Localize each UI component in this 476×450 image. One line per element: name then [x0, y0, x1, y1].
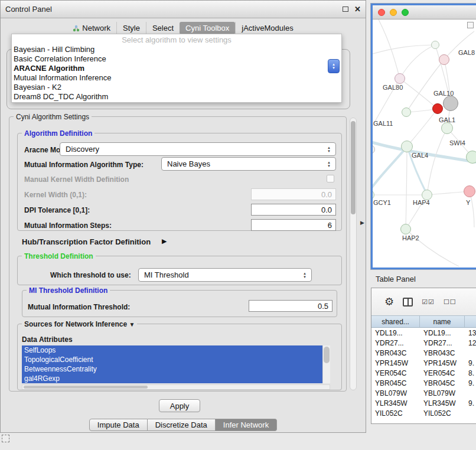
data-attribute-item-selected[interactable]: TopologicalCoefficient — [22, 355, 322, 364]
unselect-all-columns-icon[interactable]: ☐☐ — [444, 298, 457, 306]
cell-shared-name[interactable]: YIL052C — [371, 409, 420, 418]
table-row[interactable]: YDL19... YDL19... 13 — [371, 328, 476, 338]
cell-shared-name[interactable]: YLR345W — [371, 399, 420, 407]
window-minimize-button[interactable] — [390, 9, 397, 16]
float-window-icon[interactable] — [343, 6, 348, 12]
algorithm-dropdown-item[interactable]: Bayesian - Hill Climbing — [12, 45, 341, 54]
tab-select[interactable]: Select — [146, 22, 180, 34]
dpi-tolerance-field[interactable] — [251, 204, 336, 216]
table-row[interactable]: YIL052C YIL052C — [371, 408, 476, 418]
splitter-collapse-arrow[interactable]: ▶ — [360, 220, 364, 226]
table-panel-window: ⚙ ☑☑ ☐☐ shared... name YDL19... YDL19...… — [371, 288, 476, 424]
table-row[interactable]: YBR045C YBR045C 9. — [371, 378, 476, 388]
algorithm-dropdown-item[interactable]: Mutual Information Inference — [12, 73, 341, 83]
window-zoom-button[interactable] — [402, 9, 409, 16]
manual-kernel-width-checkbox[interactable] — [327, 175, 334, 182]
tab-impute-data[interactable]: Impute Data — [89, 419, 148, 431]
apply-button[interactable]: Apply — [159, 399, 200, 412]
network-node[interactable] — [400, 224, 411, 234]
cell-shared-name[interactable]: YDL19... — [371, 329, 420, 337]
table-row[interactable]: YBR043C YBR043C — [371, 348, 476, 358]
sources-collapse-arrow-icon[interactable]: ▼ — [129, 321, 135, 328]
cell-name[interactable]: YIL052C — [420, 409, 465, 418]
network-tab-icon — [73, 25, 80, 32]
mi-steps-field[interactable] — [251, 219, 336, 231]
cell-shared-name[interactable]: YDR27... — [371, 339, 420, 347]
settings-vscroll-thumb[interactable] — [351, 121, 356, 214]
attributes-vscroll-thumb[interactable] — [324, 347, 330, 363]
cell-name[interactable]: YBR043C — [420, 349, 465, 357]
table-row[interactable]: YPR145W YPR145W 9. — [371, 358, 476, 368]
cell-value[interactable]: 13 — [465, 329, 476, 337]
network-node-label: GCY1 — [373, 199, 391, 206]
network-node[interactable] — [464, 185, 475, 197]
data-attribute-item-selected[interactable]: BetweennessCentrality — [22, 364, 322, 374]
table-row[interactable]: YDR27... YDR27... 12 — [371, 338, 476, 348]
canvas-corner-widget[interactable] — [467, 22, 474, 28]
cell-name[interactable]: YLR345W — [420, 399, 465, 407]
cell-name[interactable]: YBL079W — [420, 389, 465, 397]
tab-discretize-data[interactable]: Discretize Data — [148, 419, 216, 431]
network-node[interactable] — [439, 54, 449, 65]
table-row[interactable]: YBL079W YBL079W — [371, 388, 476, 398]
column-header-name[interactable]: name — [420, 316, 465, 327]
window-close-button[interactable] — [378, 9, 385, 16]
attributes-hscroll-thumb[interactable] — [24, 386, 148, 389]
cell-name[interactable]: YPR145W — [420, 359, 465, 367]
tab-infer-network[interactable]: Infer Network — [216, 419, 277, 431]
close-window-icon[interactable]: ✕ — [354, 5, 361, 14]
mi-algorithm-type-combo[interactable]: Naive Bayes ▲▼ — [161, 157, 336, 171]
cell-name[interactable]: YER054C — [420, 369, 465, 377]
mi-threshold-field[interactable] — [249, 300, 332, 312]
select-all-columns-icon[interactable]: ☑☑ — [422, 298, 435, 306]
table-row[interactable]: YLR345W YLR345W 9. — [371, 398, 476, 408]
network-node[interactable] — [466, 151, 476, 164]
cell-shared-name[interactable]: YBR043C — [371, 349, 420, 357]
algorithm-dropdown-item[interactable]: Dream8 DC_TDC Algorithm — [12, 92, 341, 102]
table-settings-gear-icon[interactable]: ⚙ — [384, 295, 394, 308]
cell-value[interactable]: 9. — [465, 379, 476, 387]
cell-value[interactable]: 9. — [465, 399, 476, 407]
algorithm-dropdown-item[interactable]: ARACNE Algorithm — [12, 64, 341, 73]
tab-cyni-toolbox[interactable]: Cyni Toolbox — [180, 22, 235, 34]
cell-value[interactable]: 9. — [465, 359, 476, 367]
network-node[interactable] — [401, 141, 413, 152]
show-columns-icon[interactable] — [403, 298, 413, 306]
data-attribute-item-selected[interactable]: SelfLoops — [22, 345, 322, 355]
attributes-horizontal-scrollbar[interactable] — [22, 384, 330, 390]
network-node[interactable] — [431, 41, 439, 49]
hub-expand-arrow-icon[interactable]: ▶ — [162, 237, 167, 245]
tab-style[interactable]: Style — [116, 22, 146, 34]
settings-vertical-scrollbar[interactable] — [350, 118, 357, 390]
network-node[interactable] — [402, 107, 411, 117]
column-header-shared-name[interactable]: shared... — [371, 316, 420, 327]
cell-value[interactable]: 8. — [465, 369, 476, 377]
restore-panel-icon[interactable] — [2, 435, 9, 442]
algorithm-dropdown-item[interactable]: Bayesian - K2 — [12, 83, 341, 92]
cell-shared-name[interactable]: YER054C — [371, 369, 420, 377]
tab-network[interactable]: Network — [67, 22, 116, 34]
network-node[interactable] — [441, 122, 453, 134]
cell-name[interactable]: YBR045C — [420, 379, 465, 387]
attributes-vertical-scrollbar[interactable] — [322, 345, 330, 383]
cell-shared-name[interactable]: YBR045C — [371, 379, 420, 387]
which-threshold-combo[interactable]: MI Threshold ▲▼ — [138, 268, 312, 282]
cell-name[interactable]: YDR27... — [420, 339, 465, 347]
network-node[interactable] — [432, 103, 443, 114]
cell-name[interactable]: YDL19... — [420, 329, 465, 337]
table-row[interactable]: YER054C YER054C 8. — [371, 368, 476, 378]
algorithm-combo-stepper[interactable]: ▲ ▼ — [328, 59, 340, 73]
cell-value[interactable]: 12 — [465, 339, 476, 347]
column-header-extra[interactable] — [465, 316, 476, 327]
control-panel-window: Control Panel ✕ Network Style Select Cyn… — [0, 0, 366, 433]
tab-jactivemodules[interactable]: jActiveModules — [235, 22, 299, 34]
algorithm-dropdown-item[interactable]: Basic Correlation Inference — [12, 54, 341, 64]
aracne-mode-combo[interactable]: Discovery ▲▼ — [60, 142, 336, 156]
cell-shared-name[interactable]: YPR145W — [371, 359, 420, 367]
sources-group-title[interactable]: Sources for Network Inference ▼ — [22, 320, 137, 328]
data-attribute-item-selected[interactable]: gal4RGexp — [22, 374, 322, 383]
network-node[interactable] — [395, 73, 405, 84]
network-canvas[interactable]: GAL80GAL10GAL11GAL1SWI4GAL4GCY1HAP4HAP2Y… — [373, 19, 476, 268]
network-node[interactable] — [443, 96, 458, 111]
cell-shared-name[interactable]: YBL079W — [371, 389, 420, 397]
